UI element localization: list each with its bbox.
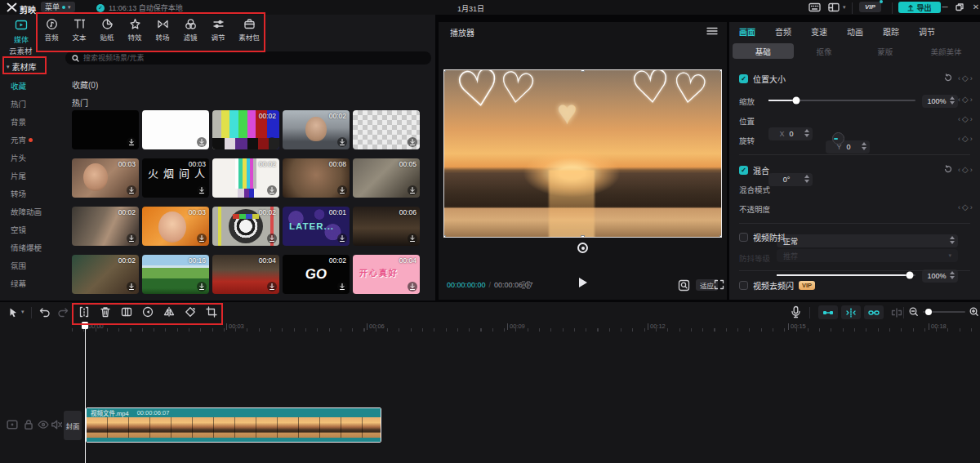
download-icon[interactable]: [127, 185, 136, 195]
vip-button[interactable]: VIP: [859, 2, 881, 12]
position-size-checkbox[interactable]: ✓: [739, 74, 748, 83]
material-thumb-go[interactable]: GO00:02: [283, 255, 350, 294]
resize-handle-s[interactable]: [581, 235, 585, 238]
material-thumb-portrait[interactable]: 00:02: [283, 110, 350, 149]
position-keyframe[interactable]: ‹◇›: [958, 114, 973, 123]
rotate-value-box[interactable]: 0°: [768, 173, 813, 186]
quality-grid-icon[interactable]: [520, 280, 532, 290]
download-icon[interactable]: [127, 137, 136, 147]
sidebar-item-transition[interactable]: 转场: [0, 185, 56, 203]
download-icon[interactable]: [127, 282, 136, 292]
material-thumb-landscape[interactable]: 00:16: [142, 255, 209, 294]
download-icon[interactable]: [337, 137, 347, 147]
download-icon[interactable]: [408, 185, 417, 195]
material-thumb-white[interactable]: [142, 110, 209, 149]
window-restore-button[interactable]: [956, 3, 964, 11]
subtab-beauty[interactable]: 美颜美体: [915, 43, 977, 59]
sidebar-item-hot[interactable]: 热门: [0, 95, 56, 113]
stepper-icon[interactable]: [950, 236, 955, 244]
zoom-out-icon[interactable]: [909, 307, 919, 317]
scale-keyframe[interactable]: ‹◇›: [958, 95, 973, 104]
fullscreen-icon[interactable]: [714, 279, 724, 290]
sidebar-item-broll[interactable]: 空镜: [0, 220, 56, 238]
sidebar-item-memes[interactable]: 情绪爆梗: [0, 238, 56, 256]
video-preview[interactable]: ♡ ♡ ♡ ♡ ♥: [443, 69, 722, 238]
redo-icon[interactable]: [57, 306, 69, 318]
tab-adjust[interactable]: 调节: [919, 25, 935, 38]
download-icon[interactable]: [337, 185, 347, 195]
download-icon[interactable]: [408, 282, 417, 292]
scale-value-box[interactable]: 100%: [922, 95, 958, 108]
position-y-box[interactable]: Y 0: [826, 140, 870, 154]
sidebar-item-intro[interactable]: 片头: [0, 149, 56, 167]
stepper-icon[interactable]: [804, 175, 809, 183]
zoom-in-icon[interactable]: [969, 307, 979, 317]
tab-animation[interactable]: 动画: [847, 25, 863, 38]
menu-button[interactable]: 菜单 ▾: [41, 2, 75, 12]
opacity-keyframe[interactable]: ‹◇›: [958, 203, 973, 211]
cover-button[interactable]: 封面: [64, 411, 82, 440]
tab-speed[interactable]: 变速: [811, 25, 827, 38]
sidebar-item-favorites[interactable]: 收藏: [0, 77, 56, 95]
material-thumb-black[interactable]: [72, 110, 139, 149]
stepper-icon[interactable]: [950, 96, 955, 105]
nav-item-cloud-material[interactable]: 云素材: [9, 45, 33, 56]
resize-handle-nw[interactable]: [443, 69, 446, 72]
material-thumb-later[interactable]: LATER...00:01: [283, 207, 350, 246]
auto-snap-toggle[interactable]: [841, 305, 861, 319]
subtab-mask[interactable]: 蒙版: [855, 43, 916, 59]
record-mic-icon[interactable]: [791, 305, 801, 318]
tab-audio[interactable]: 音频: [775, 25, 791, 38]
material-thumb-cry[interactable]: 00:08: [283, 158, 350, 198]
reset-icon[interactable]: [943, 73, 953, 82]
resize-handle-sw[interactable]: [443, 235, 446, 238]
sidebar-item-lantern[interactable]: 元宵: [0, 131, 56, 149]
preview-scale-icon[interactable]: [678, 279, 690, 292]
material-thumb-shock[interactable]: 00:02: [72, 255, 139, 294]
download-icon[interactable]: [197, 282, 207, 292]
player-menu-icon[interactable]: [706, 27, 718, 35]
sidebar-item-outro[interactable]: 片尾: [0, 167, 56, 185]
subtab-cutout[interactable]: 抠像: [794, 43, 855, 59]
rotate-handle[interactable]: [577, 243, 588, 253]
download-icon[interactable]: [267, 282, 277, 292]
tab-tracking[interactable]: 跟踪: [883, 25, 899, 38]
resize-handle-se[interactable]: [719, 235, 722, 238]
timeline-clip[interactable]: 视频文件.mp4 00:00:06:07: [86, 407, 381, 443]
stepper-icon[interactable]: [804, 129, 809, 137]
layout-chevron-icon[interactable]: ▾: [843, 4, 846, 11]
keyframe-control[interactable]: ‹◇›: [958, 73, 973, 82]
opacity-slider[interactable]: [777, 274, 915, 276]
track-thumb-icon[interactable]: [7, 419, 18, 430]
resize-handle-n[interactable]: [581, 69, 585, 72]
sidebar-item-glitch[interactable]: 故障动画: [0, 203, 56, 220]
material-thumb-transparent[interactable]: [353, 110, 420, 149]
subtab-basic[interactable]: 基础: [733, 43, 794, 59]
lock-icon[interactable]: [23, 419, 34, 430]
select-tool-icon[interactable]: [8, 307, 19, 318]
download-icon[interactable]: [267, 234, 277, 243]
export-button[interactable]: 导出: [898, 2, 941, 13]
scale-slider[interactable]: [768, 100, 915, 101]
material-thumb-colorbars[interactable]: 00:02: [212, 110, 279, 149]
download-icon[interactable]: [197, 137, 207, 147]
sidebar-item-background[interactable]: 背景: [0, 113, 56, 131]
playhead-line[interactable]: [85, 322, 86, 463]
play-button[interactable]: [579, 278, 587, 287]
rotate-keyframe[interactable]: ‹◇›: [958, 134, 973, 143]
search-input[interactable]: [65, 51, 431, 65]
blend-keyframe[interactable]: ‹◇›: [958, 165, 973, 174]
sidebar-item-greenscreen[interactable]: 绿幕: [0, 274, 56, 292]
download-icon[interactable]: [267, 137, 277, 147]
position-x-box[interactable]: X 0: [768, 127, 813, 140]
blend-reset-icon[interactable]: [943, 164, 953, 174]
resize-handle-ne[interactable]: [719, 69, 722, 72]
speaker-icon[interactable]: [51, 419, 62, 430]
select-tool-chevron[interactable]: ▾: [21, 309, 24, 315]
download-icon[interactable]: [408, 234, 417, 243]
window-minimize-button[interactable]: ─: [938, 2, 952, 11]
blend-checkbox[interactable]: ✓: [739, 166, 748, 175]
material-thumb-redshirt[interactable]: 00:04: [212, 255, 279, 294]
download-icon[interactable]: [197, 185, 207, 195]
material-thumb-calligraphy[interactable]: 人间烟火00:03: [142, 158, 209, 198]
